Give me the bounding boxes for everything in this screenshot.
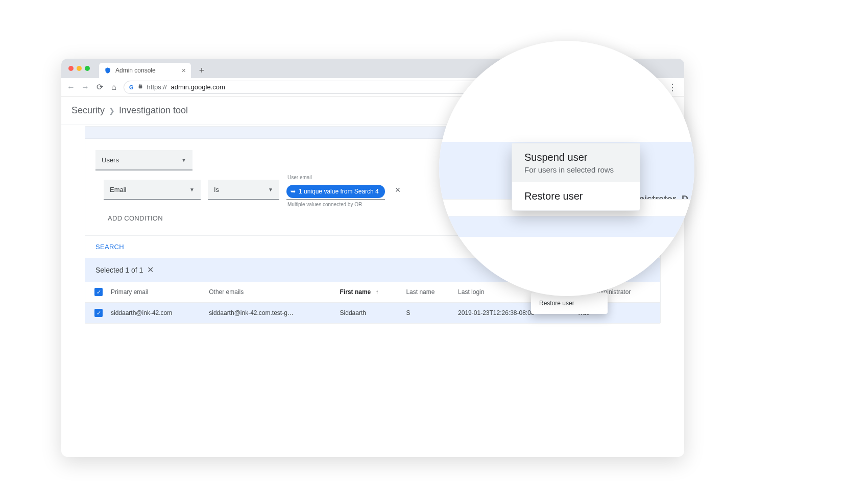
col-primary-email[interactable]: Primary email (107, 282, 205, 303)
caret-down-icon: ▼ (268, 187, 273, 192)
site-identity-icon: G (129, 84, 134, 90)
nav-forward-icon[interactable]: → (81, 83, 90, 92)
tab-close-icon[interactable]: × (182, 66, 186, 75)
clear-selection-button[interactable]: ✕ (147, 265, 154, 275)
suspend-user-item[interactable]: Suspend user For users in selected rows (512, 143, 640, 182)
col-first-name[interactable]: First name ↑ (336, 282, 402, 303)
restore-user-item[interactable]: Restore user (512, 182, 640, 210)
restore-user-item-small[interactable]: Restore user (531, 296, 608, 311)
restore-user-title: Restore user (524, 190, 628, 202)
url-domain: admin.google.com (171, 83, 225, 91)
selection-count: Selected 1 of 1 (95, 266, 143, 274)
new-tab-button[interactable]: + (195, 64, 208, 77)
remove-condition-button[interactable]: × (395, 185, 401, 196)
condition-field-select[interactable]: Email ▼ (104, 180, 201, 200)
share-icon: ➥ (291, 188, 296, 195)
condition-value-label: User email (287, 175, 312, 180)
tab-title: Admin console (115, 67, 156, 74)
cell-first-name: Siddaarth (336, 303, 402, 324)
zoom-lens: dministrator D F Suspend user For users … (439, 41, 694, 296)
caret-down-icon: ▼ (189, 187, 195, 192)
cell-primary-email: siddaarth@ink-42.com (107, 303, 205, 324)
caret-down-icon: ▼ (181, 157, 186, 163)
nav-back-icon[interactable]: ← (66, 83, 76, 92)
lock-icon (138, 83, 143, 91)
chevron-right-icon: ❯ (109, 107, 115, 115)
window-minimize-icon[interactable] (77, 66, 82, 71)
condition-operator-select[interactable]: Is ▼ (208, 180, 279, 200)
window-close-icon[interactable] (68, 66, 74, 71)
browser-tab[interactable]: Admin console × (99, 63, 191, 78)
window-zoom-icon[interactable] (85, 66, 90, 71)
data-source-select[interactable]: Users ▼ (95, 150, 192, 170)
nav-home-icon[interactable]: ⌂ (109, 83, 118, 92)
chip-text: 1 unique value from Search 4 (299, 188, 379, 195)
condition-operator-value: Is (214, 186, 219, 193)
suspend-user-title: Suspend user (524, 152, 628, 163)
breadcrumb-parent[interactable]: Security (71, 105, 105, 116)
actions-menu[interactable]: Suspend user For users in selected rows … (512, 143, 640, 211)
admin-favicon-icon (104, 67, 111, 74)
col-last-name[interactable]: Last name (402, 282, 454, 303)
search-reference-chip[interactable]: ➥ 1 unique value from Search 4 (286, 185, 385, 198)
data-source-value: Users (102, 156, 119, 164)
condition-value-hint: Multiple values connected by OR (287, 202, 362, 207)
select-all-checkbox[interactable]: ✓ (94, 288, 103, 296)
nav-reload-icon[interactable]: ⟳ (95, 83, 104, 92)
col-other-emails[interactable]: Other emails (205, 282, 335, 303)
cell-other-emails: siddaarth@ink-42.com.test-g… (205, 303, 335, 324)
breadcrumb-current: Investigation tool (119, 105, 188, 116)
url-scheme: https:// (147, 83, 167, 91)
macos-window-controls[interactable] (68, 66, 99, 78)
row-checkbox[interactable]: ✓ (94, 309, 103, 317)
condition-field-value: Email (110, 186, 127, 193)
cell-last-name: S (402, 303, 454, 324)
condition-value-field[interactable]: User email ➥ 1 unique value from Search … (286, 180, 385, 200)
sort-asc-icon: ↑ (376, 288, 379, 296)
suspend-user-sub: For users in selected rows (524, 165, 628, 174)
